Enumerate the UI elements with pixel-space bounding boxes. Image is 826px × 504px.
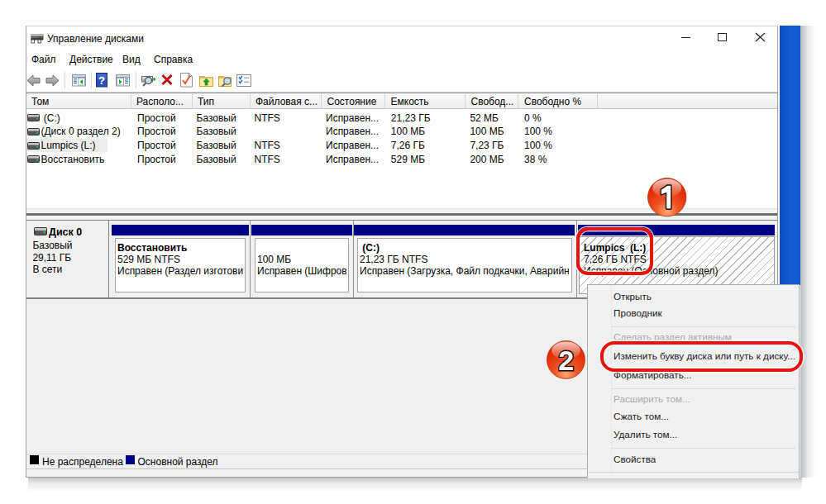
svg-text:?: ? [98, 74, 105, 87]
svg-text:2: 2 [558, 345, 574, 376]
